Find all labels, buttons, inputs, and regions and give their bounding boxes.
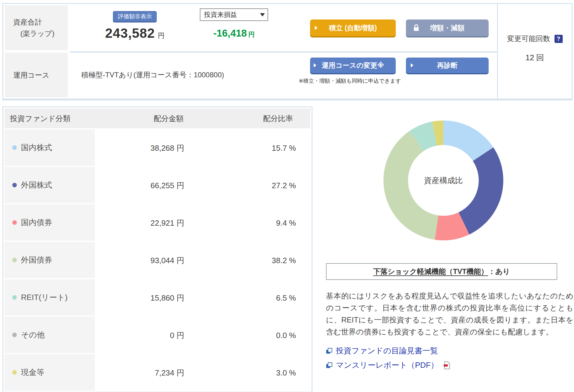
course-label-cell: 運用コース xyxy=(5,53,68,97)
external-link-icon xyxy=(326,348,333,354)
allocation-amount: 66,255 円 xyxy=(95,180,185,191)
arrow-right-icon xyxy=(315,26,318,30)
course-description: 基本的にはリスクをある程度見込んで収益性を追求したいあなたのためのコースです。日… xyxy=(326,290,573,338)
header-fund-category: 投資ファンド分類 xyxy=(4,114,95,123)
asset-composition-chart: 資産構成比 xyxy=(380,117,506,243)
course-name: 積極型-TVTあり(運用コース番号：1000800) xyxy=(70,53,310,80)
fund-category-label: その他 xyxy=(21,330,45,340)
profit-loss-dropdown[interactable]: 投資来損益 xyxy=(200,8,268,21)
category-color-dot xyxy=(12,258,17,262)
allocation-amount: 15,860 円 xyxy=(95,293,185,303)
course-change-button[interactable]: 運用コースの変更※ xyxy=(310,58,396,73)
asset-summary-panel: 資産合計 (楽ラップ) 評価額非表示 243,582円 投資来損益 -16,41… xyxy=(2,3,573,100)
category-color-dot xyxy=(12,183,17,187)
tvt-feature-title: 下落ショック軽減機能（TVT機能） xyxy=(373,267,488,275)
pdf-file-icon xyxy=(443,361,451,370)
fund-category-cell: REIT(リート) xyxy=(4,279,95,316)
fund-category-cell: 外国株式 xyxy=(4,167,95,203)
header-allocation-amount: 配分金額 xyxy=(95,114,185,123)
asset-total-sublabel: (楽ラップ) xyxy=(5,28,68,39)
allocation-ratio: 6.5 % xyxy=(185,293,312,303)
tsumitate-button[interactable]: 積立 (自動増額) xyxy=(310,19,396,36)
table-row: 外国株式66,255 円27.2 % xyxy=(3,167,312,204)
monthly-report-link-label: マンスリーレポート（PDF） xyxy=(336,360,438,370)
monthly-report-link[interactable]: マンスリーレポート（PDF） xyxy=(326,360,573,370)
table-row: 国内債券22,921 円9.4 % xyxy=(3,204,312,242)
category-color-dot xyxy=(12,220,17,225)
fund-category-label: 国内債券 xyxy=(21,217,52,228)
dropdown-arrow-icon xyxy=(260,13,265,16)
table-row: 外国債券93,044 円38.2 % xyxy=(3,242,312,279)
asset-total-row: 評価額非表示 243,582円 投資来損益 -16,418円 積立 (自動増額) xyxy=(70,4,497,51)
table-row: その他0 円0.0 % xyxy=(3,317,312,354)
fund-category-label: REIT(リート) xyxy=(21,292,68,303)
rediagnose-button[interactable]: 再診断 xyxy=(406,58,489,73)
rakuten-wrap-page: 資産合計 (楽ラップ) 評価額非表示 243,582円 投資来損益 -16,41… xyxy=(0,0,574,392)
document-links: 投資ファンドの目論見書一覧 マンスリーレポート（PDF） xyxy=(326,346,573,370)
fund-category-label: 外国株式 xyxy=(21,180,52,190)
tvt-feature-box: 下落ショック軽減機能（TVT機能）：あり xyxy=(326,263,557,280)
change-count-label: 変更可能回数 xyxy=(507,34,550,43)
course-change-button-label: 運用コースの変更※ xyxy=(322,61,384,70)
category-color-dot xyxy=(12,370,17,375)
allocation-amount: 7,234 円 xyxy=(95,368,185,378)
fund-category-cell: 国内株式 xyxy=(4,129,95,166)
summary-buttons-row1: 積立 (自動増額) 増額・減額 xyxy=(310,7,497,36)
allocation-ratio: 3.0 % xyxy=(185,368,312,378)
rediagnose-button-label: 再診断 xyxy=(437,61,458,70)
table-row: 現金等7,234 円3.0 % xyxy=(3,354,312,392)
profit-loss-number: -16,418 xyxy=(213,28,247,39)
fund-category-cell: その他 xyxy=(4,317,95,353)
fund-category-cell: 国内債券 xyxy=(4,204,95,241)
allocation-amount: 0 円 xyxy=(95,330,185,341)
asset-value-block: 評価額非表示 243,582円 xyxy=(70,7,200,41)
external-link-icon xyxy=(326,362,333,369)
profit-loss-block: 投資来損益 -16,418円 xyxy=(200,7,268,39)
course-row: 積極型-TVTあり(運用コース番号：1000800) 運用コースの変更※ 再診断… xyxy=(70,51,497,99)
donut-center-label: 資産構成比 xyxy=(380,117,506,243)
fund-category-cell: 外国債券 xyxy=(4,242,95,278)
tvt-feature-status: ：あり xyxy=(488,267,510,275)
prospectus-link-label: 投資ファンドの目論見書一覧 xyxy=(336,346,438,356)
fund-category-label: 国内株式 xyxy=(21,142,52,153)
allocation-amount: 93,044 円 xyxy=(95,255,185,266)
allocation-ratio: 0.0 % xyxy=(185,331,312,340)
hide-valuation-button[interactable]: 評価額非表示 xyxy=(113,11,157,22)
asset-total-label: 資産合計 xyxy=(5,16,68,28)
header-allocation-ratio: 配分比率 xyxy=(185,114,310,123)
prospectus-link[interactable]: 投資ファンドの目論見書一覧 xyxy=(326,346,573,356)
allocation-table: 投資ファンド分類 配分金額 配分比率 国内株式38,268 円15.7 %外国株… xyxy=(2,106,312,392)
category-color-dot xyxy=(12,145,17,150)
change-count-cell: 変更可能回数 ? 12 回 xyxy=(497,4,572,99)
fund-category-label: 外国債券 xyxy=(21,255,52,265)
fund-category-label: 現金等 xyxy=(21,367,44,378)
allocation-amount: 22,921 円 xyxy=(95,218,185,228)
summary-buttons-row2: 運用コースの変更※ 再診断 ※積立・増額・減額も同時に申込できます xyxy=(310,53,497,85)
course-info-panel: 資産構成比 下落ショック軽減機能（TVT機能）：あり 基本的にはリスクをある程度… xyxy=(326,106,573,392)
simultaneous-apply-note: ※積立・増額・減額も同時に申込できます xyxy=(299,77,489,85)
allocation-ratio: 38.2 % xyxy=(185,256,312,265)
zougaku-gengaku-button-label: 増額・減額 xyxy=(430,23,465,33)
fund-category-cell: 現金等 xyxy=(4,354,95,391)
category-color-dot xyxy=(12,333,17,337)
zougaku-gengaku-button[interactable]: 増額・減額 xyxy=(406,19,489,36)
lock-icon xyxy=(413,24,419,31)
change-count-value: 12 回 xyxy=(498,52,572,63)
asset-total-unit: 円 xyxy=(158,32,164,39)
allocation-amount: 38,268 円 xyxy=(95,143,185,153)
asset-total-label-cell: 資産合計 (楽ラップ) xyxy=(5,5,68,50)
allocation-section: 投資ファンド分類 配分金額 配分比率 国内株式38,268 円15.7 %外国株… xyxy=(2,106,573,392)
allocation-table-body: 国内株式38,268 円15.7 %外国株式66,255 円27.2 %国内債券… xyxy=(3,129,312,392)
category-color-dot xyxy=(12,295,17,300)
asset-total-number: 243,582 xyxy=(105,26,155,40)
profit-loss-dropdown-value: 投資来損益 xyxy=(204,10,237,19)
allocation-ratio: 15.7 % xyxy=(185,144,312,153)
profit-loss-amount: -16,418円 xyxy=(200,28,268,39)
arrow-right-icon xyxy=(314,63,316,67)
table-row: 国内株式38,268 円15.7 % xyxy=(3,129,312,167)
allocation-ratio: 9.4 % xyxy=(185,218,312,228)
allocation-ratio: 27.2 % xyxy=(185,181,312,190)
allocation-table-header: 投資ファンド分類 配分金額 配分比率 xyxy=(4,108,310,128)
asset-total-amount: 243,582円 xyxy=(70,26,200,41)
help-icon[interactable]: ? xyxy=(555,35,563,43)
